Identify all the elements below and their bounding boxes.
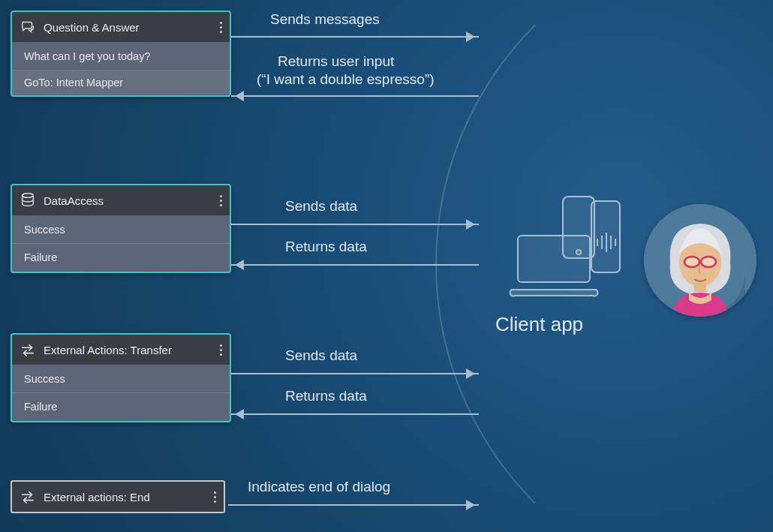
failure-row: Failure (12, 393, 230, 420)
qa-card-title: Question & Answer (44, 21, 212, 34)
success-row: Success (12, 216, 230, 244)
success-row: Success (12, 365, 230, 393)
svg-point-0 (23, 194, 34, 198)
arrow-label: Sends data (285, 347, 357, 364)
transfer-card-header: External Actions: Transfer (12, 335, 230, 365)
arrow-left (231, 413, 479, 415)
arrow-label: Sends data (285, 198, 357, 215)
client-app-label: Client app (495, 313, 583, 336)
qa-card: Question & Answer What can I get you tod… (11, 11, 231, 97)
qa-prompt-text: What can I get you today? (12, 43, 230, 71)
menu-dots-icon[interactable] (219, 195, 222, 206)
arrow-right (231, 36, 479, 38)
menu-dots-icon[interactable] (219, 344, 222, 356)
data-card: DataAccess Success Failure (11, 184, 231, 273)
arrow-left (231, 264, 479, 266)
qa-card-header: Question & Answer (12, 12, 230, 42)
data-card-title: DataAccess (44, 194, 212, 207)
transfer-card-title: External Actions: Transfer (44, 344, 212, 356)
user-avatar-icon (644, 204, 756, 317)
end-card-header: External actions: End (11, 480, 225, 513)
qa-goto-row: GoTo: Intent Mapper (12, 71, 230, 95)
arrow-right (231, 373, 479, 374)
arrow-label: Returns data (285, 388, 367, 404)
data-card-header: DataAccess (12, 185, 230, 215)
end-card-title: External actions: End (44, 491, 206, 503)
failure-row: Failure (12, 244, 230, 271)
menu-dots-icon[interactable] (213, 491, 216, 503)
qa-card-body: What can I get you today? GoTo: Intent M… (12, 42, 230, 95)
arrow-label: Returns user input (278, 53, 394, 70)
transfer-icon (20, 341, 36, 358)
svg-rect-9 (518, 236, 590, 282)
arrow-label: Sends messages (270, 11, 380, 28)
chat-icon (20, 19, 36, 35)
transfer-card-body: Success Failure (12, 365, 230, 421)
end-card: External actions: End (11, 480, 225, 513)
svg-point-13 (701, 257, 716, 267)
arrow-right (228, 504, 479, 506)
menu-dots-icon[interactable] (219, 22, 222, 33)
data-card-body: Success Failure (12, 215, 230, 272)
client-devices-icon (509, 194, 629, 309)
transfer-card: External Actions: Transfer Success Failu… (11, 333, 231, 422)
svg-point-12 (684, 257, 699, 267)
database-icon (20, 192, 36, 209)
arrow-label: Indicates end of dialog (248, 479, 390, 495)
arrow-label: (“I want a double espresso”) (257, 71, 435, 88)
svg-rect-15 (694, 283, 706, 292)
arrow-left (231, 95, 479, 97)
transfer-icon (20, 488, 36, 505)
arrow-label: Returns data (285, 239, 367, 255)
arrow-right (231, 224, 479, 225)
